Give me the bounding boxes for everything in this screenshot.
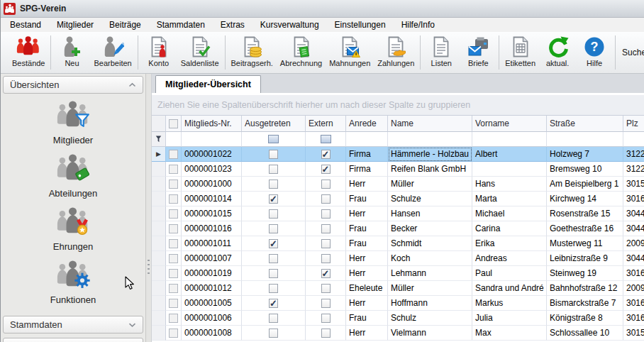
row-indicator-header[interactable] (152, 116, 166, 132)
checkbox[interactable] (269, 254, 278, 263)
cell-name[interactable]: Schmidt (388, 236, 472, 251)
cell-vorname[interactable]: Michael (472, 206, 547, 221)
checkbox[interactable] (321, 224, 331, 233)
checkbox[interactable] (169, 329, 178, 338)
cell-anrede[interactable]: Herr (346, 251, 388, 266)
checkbox[interactable] (169, 239, 178, 248)
cell-nr[interactable]: 0000001019 (182, 266, 242, 281)
cell-nr[interactable]: 0000001015 (182, 206, 242, 221)
cell-anrede[interactable]: Frau (346, 311, 388, 326)
cell-vorname[interactable]: Carina (472, 221, 547, 236)
column-header-plz[interactable]: Plz (623, 116, 644, 132)
toolbar-button-briefe[interactable]: Briefe (460, 32, 496, 73)
menu-bestand[interactable]: Bestand (2, 18, 49, 31)
member-row[interactable]: 0000001005✓HerrHoffmannMarkusBismarckstr… (152, 296, 644, 311)
toolbar-button-bearbeiten[interactable]: Bearbeiten (90, 32, 135, 73)
cell-vorname[interactable]: Paul (472, 266, 547, 281)
sidebar-item-ehrungen[interactable]: Ehrungen (1, 202, 145, 255)
filter-cell-anrede[interactable] (346, 132, 388, 147)
cell-vorname[interactable]: Max (472, 326, 547, 341)
cell-plz[interactable]: 3015 (623, 326, 644, 341)
cell-vorname[interactable]: Andreas (472, 251, 547, 266)
title-bar[interactable]: SPG-Verein (1, 0, 644, 18)
checkbox[interactable] (321, 180, 331, 189)
cell-name[interactable]: Müller (388, 281, 472, 296)
checkbox[interactable] (269, 314, 278, 323)
sidebar-item-mitglieder[interactable]: Mitglieder (1, 95, 145, 148)
toolbar-button-best-nde[interactable]: Bestände (9, 32, 48, 73)
member-row[interactable]: 0000001019✓HerrLehmannPaulSteinweg 19301… (152, 266, 644, 281)
cell-nr[interactable]: 0000001014 (182, 192, 242, 206)
panel-header-stammdaten[interactable]: Stammdaten (3, 316, 143, 333)
cell-nr[interactable]: 0000001011 (182, 236, 242, 251)
cell-anrede[interactable]: Herr (346, 296, 388, 311)
checkbox[interactable] (169, 180, 178, 189)
row-indicator[interactable] (152, 281, 166, 296)
member-row[interactable]: 0000001000HerrMüllerHansAm Beispielberg … (152, 177, 644, 192)
row-indicator[interactable] (152, 296, 166, 311)
checkbox[interactable] (321, 209, 331, 219)
menu-beitr-ge[interactable]: Beiträge (101, 18, 149, 31)
cell-name[interactable]: Hoffmann (388, 296, 472, 311)
cell-vorname[interactable] (472, 162, 547, 177)
checkbox[interactable] (269, 180, 278, 189)
cell-strasse[interactable]: Steinweg 19 (547, 266, 623, 281)
member-row[interactable]: 0000001008HerrVielmannMaxSchlossallee 10… (152, 326, 644, 341)
checkbox[interactable] (269, 150, 278, 159)
toolbar-button-hilfe[interactable]: ?Hilfe (576, 32, 613, 73)
select-all-header[interactable] (166, 116, 182, 132)
toolbar-button-beitragserh[interactable]: Beitragserh. (228, 32, 277, 73)
checkbox-checked[interactable]: ✓ (269, 299, 278, 308)
panel-header-partial[interactable] (3, 338, 143, 342)
checkbox[interactable] (321, 254, 331, 263)
cell-strasse[interactable]: Schlossallee 10 (547, 326, 623, 341)
cell-strasse[interactable]: Goethestraße 16 (547, 221, 623, 236)
row-indicator[interactable] (152, 236, 166, 251)
cell-name[interactable]: Koch (388, 251, 472, 266)
row-indicator[interactable] (152, 326, 166, 341)
checkbox[interactable] (321, 284, 331, 293)
cell-name[interactable]: Vielmann (388, 326, 472, 341)
tab-mitglieder-uebersicht[interactable]: Mitglieder-Übersicht (155, 75, 261, 93)
cell-plz[interactable]: 3016 (623, 311, 644, 326)
filter-button-extern[interactable] (321, 135, 331, 143)
cell-nr[interactable]: 0000001007 (182, 251, 242, 266)
row-indicator[interactable] (152, 177, 166, 192)
checkbox[interactable] (269, 284, 278, 293)
cell-strasse[interactable]: Bahnhofstraße 12 (547, 281, 623, 296)
cell-anrede[interactable]: Herr (346, 326, 388, 341)
checkbox[interactable] (269, 165, 278, 174)
cell-name[interactable]: Hansen (388, 206, 472, 221)
cell-name[interactable]: Becker (388, 221, 472, 236)
checkbox[interactable] (169, 224, 178, 233)
menu-hilfe-info[interactable]: Hilfe/Info (394, 18, 443, 31)
toolbar-button-mahnungen[interactable]: Mahnungen (326, 32, 374, 73)
filter-button-ausgetreten[interactable] (268, 135, 279, 143)
cell-nr[interactable]: 0000001005 (182, 296, 242, 311)
member-row[interactable]: 0000001006FrauSchulzJuliaKönigstraße 830… (152, 311, 644, 326)
cell-nr[interactable]: 0000001008 (182, 326, 242, 341)
cell-plz[interactable]: 3016 (623, 266, 644, 281)
cell-strasse[interactable]: Musterweg 11 (547, 236, 623, 251)
filter-cell-vorname[interactable] (472, 132, 547, 147)
row-indicator[interactable] (152, 206, 166, 221)
member-row[interactable]: 0000001007HerrKochAndreasLeibnizstraße 9… (152, 251, 644, 266)
menu-extras[interactable]: Extras (213, 18, 252, 31)
checkbox-checked[interactable]: ✓ (321, 150, 331, 159)
cell-vorname[interactable]: Hans (472, 177, 547, 192)
toolbar-button-etiketten[interactable]: Etiketten (501, 32, 539, 73)
cell-strasse[interactable]: Königstraße 8 (547, 311, 623, 326)
sidebar-item-abteilungen[interactable]: Abteilungen (1, 148, 145, 202)
checkbox[interactable] (169, 209, 178, 219)
cell-plz[interactable]: 3044 (623, 221, 644, 236)
cell-anrede[interactable]: Frau (346, 236, 388, 251)
member-row[interactable]: 0000001014✓FrauSchulzeMartaKirchweg 1430… (152, 192, 644, 206)
checkbox[interactable] (321, 314, 331, 323)
toolbar-button-abrechnung[interactable]: Abrechnung (277, 32, 326, 73)
menu-kursverwaltung[interactable]: Kursverwaltung (252, 18, 327, 31)
cell-plz[interactable]: 3044 (623, 206, 644, 221)
cell-strasse[interactable]: Bremsweg 10 (547, 162, 623, 177)
panel-header-uebersichten[interactable]: Übersichten (3, 76, 143, 94)
cell-anrede[interactable]: Firma (346, 162, 388, 177)
cell-vorname[interactable]: Julia (472, 311, 547, 326)
